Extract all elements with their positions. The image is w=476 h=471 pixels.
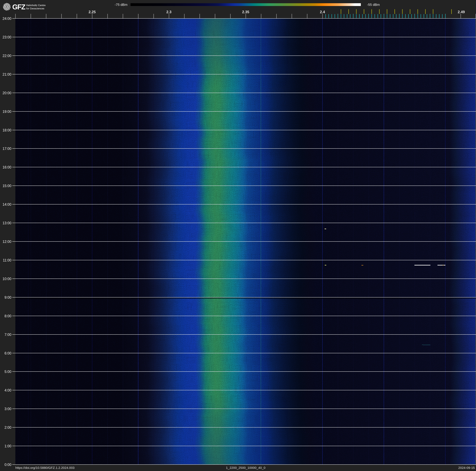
svg-text:Helmholtz Centre: Helmholtz Centre (26, 4, 46, 7)
svg-text:GFZ: GFZ (12, 3, 25, 11)
svg-text:for Geosciences: for Geosciences (26, 7, 44, 10)
